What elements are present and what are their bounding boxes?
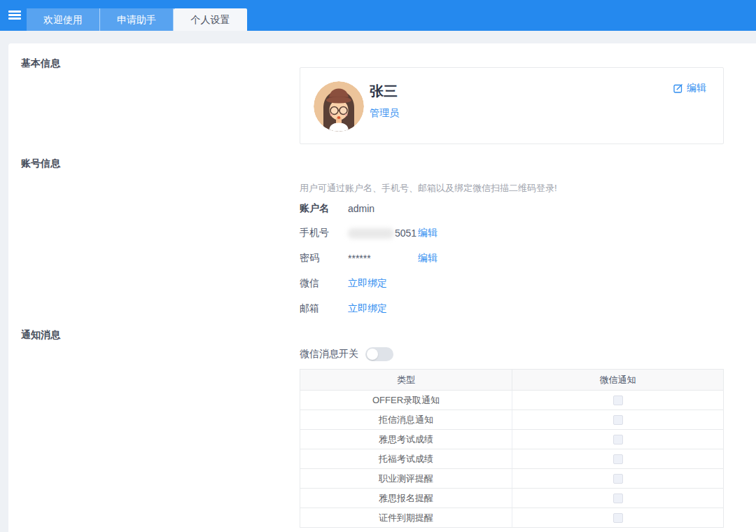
- username-label: 账户名: [300, 202, 348, 215]
- table-row: 证件到期提醒: [300, 508, 724, 528]
- profile-name: 张三: [370, 82, 398, 101]
- account-row-email: 邮箱 立即绑定: [300, 302, 387, 316]
- section-title-notifications: 通知消息: [21, 329, 60, 342]
- table-row: OFFER录取通知: [300, 391, 724, 410]
- table-row: 职业测评提醒: [300, 469, 724, 489]
- username-value: admin: [348, 203, 418, 214]
- row-type-label: 雅思报名提醒: [300, 489, 512, 508]
- account-row-phone: 手机号 5051 编辑: [300, 226, 438, 240]
- tab-application-assistant[interactable]: 申请助手: [100, 8, 174, 31]
- wechat-notify-checkbox[interactable]: [613, 513, 623, 523]
- phone-label: 手机号: [300, 227, 348, 239]
- wechat-bind-link[interactable]: 立即绑定: [348, 277, 387, 290]
- account-login-hint: 用户可通过账户名、手机号、邮箱以及绑定微信扫描二维码登录!: [300, 182, 557, 195]
- settings-card: 基本信息: [8, 43, 756, 532]
- row-type-label: 职业测评提醒: [300, 469, 512, 489]
- section-title-basic-info: 基本信息: [21, 57, 60, 70]
- switch-knob: [367, 349, 378, 360]
- wechat-notify-checkbox[interactable]: [613, 435, 623, 444]
- email-bind-link[interactable]: 立即绑定: [348, 302, 387, 315]
- phone-value: 5051: [348, 227, 418, 239]
- email-label: 邮箱: [300, 302, 348, 315]
- header-wechat-notify: 微信通知: [512, 370, 724, 391]
- wechat-notify-checkbox[interactable]: [613, 493, 623, 503]
- wechat-notify-checkbox[interactable]: [613, 396, 623, 405]
- phone-masked-blur: [348, 228, 394, 239]
- wechat-switch-row: 微信消息开关: [300, 346, 393, 362]
- table-row: 雅思报名提醒: [300, 489, 724, 508]
- profile-edit-button[interactable]: 编辑: [673, 82, 706, 94]
- account-row-password: 密码 ****** 编辑: [300, 251, 438, 265]
- avatar-girl-illustration: [314, 81, 364, 132]
- phone-visible-suffix: 5051: [395, 227, 416, 239]
- header-type: 类型: [300, 370, 512, 391]
- password-label: 密码: [300, 252, 348, 265]
- password-edit-link[interactable]: 编辑: [418, 252, 438, 265]
- password-value: ******: [348, 253, 418, 264]
- phone-edit-link[interactable]: 编辑: [418, 227, 438, 239]
- wechat-notify-checkbox[interactable]: [613, 454, 623, 464]
- wechat-switch-label: 微信消息开关: [300, 348, 358, 360]
- wechat-notify-checkbox[interactable]: [613, 415, 623, 425]
- table-row: 雅思考试成绩: [300, 430, 724, 449]
- section-title-account-info: 账号信息: [21, 158, 60, 170]
- wechat-message-switch[interactable]: [365, 347, 393, 361]
- avatar: [314, 81, 364, 132]
- table-header-row: 类型 微信通知: [300, 370, 724, 391]
- notification-table: 类型 微信通知 OFFER录取通知 拒信消息通知 雅思考试成绩: [300, 369, 724, 528]
- top-bar: 欢迎使用 申请助手 个人设置: [0, 0, 756, 31]
- account-row-wechat: 微信 立即绑定: [300, 276, 387, 290]
- wechat-label: 微信: [300, 277, 348, 290]
- profile-role: 管理员: [370, 107, 399, 120]
- tab-welcome[interactable]: 欢迎使用: [27, 8, 100, 31]
- tab-personal-settings[interactable]: 个人设置: [174, 8, 247, 31]
- table-row: 拒信消息通知: [300, 410, 724, 430]
- table-row: 托福考试成绩: [300, 449, 724, 469]
- row-type-label: 托福考试成绩: [300, 449, 512, 469]
- row-type-label: 拒信消息通知: [300, 410, 512, 430]
- profile-box: 张三 管理员 编辑: [300, 67, 724, 144]
- profile-edit-label: 编辑: [687, 82, 706, 94]
- tab-bar: 欢迎使用 申请助手 个人设置: [27, 8, 247, 31]
- personal-settings-page: 欢迎使用 申请助手 个人设置 基本信息: [0, 0, 756, 532]
- row-type-label: OFFER录取通知: [300, 391, 512, 410]
- hamburger-menu-icon[interactable]: [7, 9, 22, 22]
- wechat-notify-checkbox[interactable]: [613, 474, 623, 484]
- row-type-label: 雅思考试成绩: [300, 430, 512, 449]
- row-type-label: 证件到期提醒: [300, 508, 512, 528]
- account-row-username: 账户名 admin: [300, 202, 418, 216]
- edit-pencil-icon: [673, 83, 683, 93]
